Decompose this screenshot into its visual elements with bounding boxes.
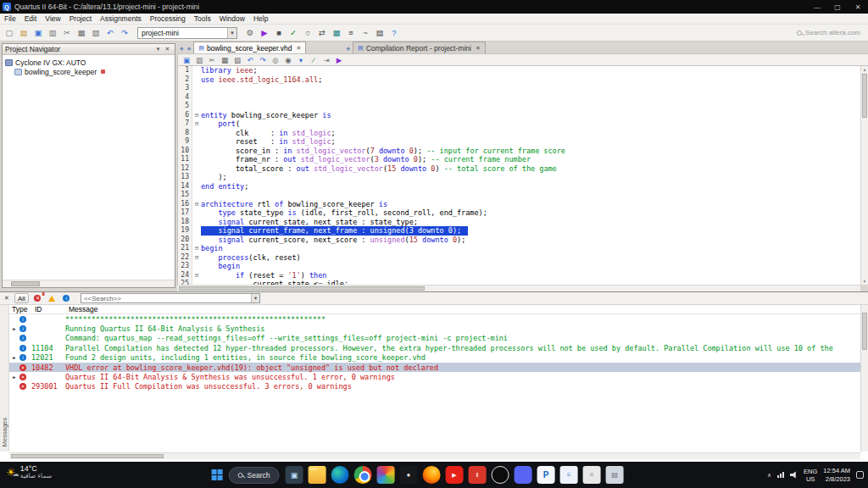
discord-icon[interactable]	[515, 466, 532, 484]
filter-errors-button[interactable]: ✕ 8	[32, 293, 43, 303]
edge-icon[interactable]	[331, 466, 349, 484]
editor-print-button[interactable]: ▥	[193, 54, 205, 65]
editor-vscrollbar[interactable]: ▲ ▼	[860, 66, 868, 285]
editor-bookmark-button[interactable]: ▾	[295, 54, 307, 65]
scroll-up-icon[interactable]: ▲	[861, 66, 868, 73]
editor-indent-button[interactable]: ⇥	[320, 54, 332, 65]
clock[interactable]: 12:54 AM 2/8/2023	[823, 467, 850, 483]
task-view-icon[interactable]: ▣	[286, 466, 303, 484]
redo-button[interactable]: ↷	[118, 26, 131, 40]
settings-button[interactable]: ⚙	[243, 26, 257, 40]
menu-item-tools[interactable]: Tools	[190, 14, 215, 25]
undo-button[interactable]: ↶	[103, 26, 117, 40]
expand-icon[interactable]: ▶	[9, 355, 19, 360]
document-app-icon[interactable]: ≡	[583, 466, 601, 484]
taskbar-search[interactable]: Search	[229, 467, 280, 484]
rtl-viewer-button[interactable]: ~	[359, 26, 372, 40]
menu-item-file[interactable]: File	[0, 14, 20, 25]
store-icon[interactable]: ▤	[606, 466, 624, 484]
help-button[interactable]: ?	[387, 26, 401, 40]
analysis-button[interactable]: ✓	[287, 26, 300, 40]
tree-item-bowling-score-keeper[interactable]: bowling_score_keeper	[3, 67, 175, 76]
close-button[interactable]: ✕	[848, 0, 868, 14]
chevron-down-icon[interactable]: ▼	[227, 28, 236, 38]
notepad-icon[interactable]: ≡	[560, 466, 578, 484]
tab-nav-back-icon[interactable]: ◆	[179, 45, 185, 51]
menu-item-view[interactable]: View	[41, 14, 64, 25]
windows-start-button[interactable]	[212, 469, 223, 480]
messages-vscrollbar[interactable]	[860, 305, 868, 452]
tab-nav-forward-icon[interactable]: ◆	[186, 45, 192, 51]
navigator-hscrollbar[interactable]	[3, 280, 175, 287]
code-editor[interactable]: 1library ieee;2use ieee.std_logic_1164.a…	[177, 66, 860, 285]
compile-button[interactable]: ▶	[258, 26, 271, 40]
timing-button[interactable]: ○	[301, 26, 314, 40]
open-file-button[interactable]: ▤	[17, 26, 31, 40]
editor-cut-button[interactable]: ✂	[206, 54, 218, 65]
editor-copy-button[interactable]: ▦	[219, 54, 231, 65]
panel-dock-icon[interactable]: ▾	[153, 45, 163, 54]
obs-icon[interactable]	[492, 466, 509, 484]
filter-all-button[interactable]: All	[14, 293, 29, 303]
menu-item-window[interactable]: Window	[215, 14, 249, 25]
report-button[interactable]: ▤	[373, 26, 387, 40]
editor-hscrollbar[interactable]	[177, 285, 860, 291]
close-icon[interactable]: ✕	[297, 45, 302, 52]
messages-side-tab[interactable]: Messages	[0, 305, 9, 452]
editor-redo-button[interactable]: ↷	[257, 54, 269, 65]
chip-planner-button[interactable]: ▦	[330, 26, 343, 40]
minimize-button[interactable]: —	[807, 0, 827, 14]
save-button[interactable]: ▣	[31, 26, 45, 40]
column-message[interactable]: Message	[69, 305, 860, 313]
tree-item-cyclone-iv-gx-auto[interactable]: Cyclone IV GX: AUTO	[3, 58, 175, 67]
volume-icon[interactable]	[790, 471, 798, 479]
filter-info-button[interactable]: i	[61, 293, 72, 303]
tab-nav-icon[interactable]: ◆	[345, 45, 351, 51]
editor-undo-button[interactable]: ↶	[244, 54, 256, 65]
messages-close-icon[interactable]: ✕	[3, 295, 11, 302]
menu-item-processing[interactable]: Processing	[146, 14, 190, 25]
editor-find-button[interactable]: ◎	[270, 54, 281, 65]
message-row[interactable]: ✕10482VHDL error at bowling_score_keeper…	[9, 363, 860, 372]
editor-replace-button[interactable]: ◉	[282, 54, 294, 65]
close-icon[interactable]: ✕	[476, 45, 481, 52]
stop-button[interactable]: ■	[272, 26, 286, 40]
notification-icon[interactable]	[856, 471, 864, 479]
filter-warnings-button[interactable]	[47, 293, 58, 303]
editor-analyze-button[interactable]: ▶	[333, 54, 345, 65]
weather-widget[interactable]: ☀☁ 14°C سماء صافية	[6, 464, 52, 480]
youtube-icon[interactable]: ▶	[446, 466, 464, 484]
chrome-icon[interactable]	[354, 466, 372, 484]
paste-button[interactable]: ▧	[89, 26, 103, 40]
wifi-icon[interactable]	[777, 472, 784, 478]
photos-icon[interactable]	[377, 466, 395, 484]
language-switcher[interactable]: ENG US	[804, 468, 817, 483]
column-id[interactable]: ID	[35, 305, 69, 313]
messages-hscrollbar[interactable]	[9, 452, 860, 459]
expand-icon[interactable]: ▶	[9, 374, 19, 380]
netlist-button[interactable]: ≡	[344, 26, 358, 40]
tab-source-file[interactable]: ▤bowling_score_keeper.vhd✕	[193, 42, 306, 53]
camera-icon[interactable]: ●	[400, 466, 418, 484]
message-row[interactable]: ▶i12021Found 2 design units, including 1…	[9, 353, 860, 363]
message-row[interactable]: iCommand: quartus_map --read_settings_fi…	[9, 334, 860, 343]
panel-close-icon[interactable]: ✕	[163, 45, 172, 54]
new-file-button[interactable]: ▢	[3, 26, 16, 40]
editor-comment-button[interactable]: ∕	[308, 54, 320, 65]
column-type[interactable]: Type	[9, 305, 35, 313]
menu-item-project[interactable]: Project	[65, 14, 96, 25]
message-row[interactable]: ▶iRunning Quartus II 64-Bit Analysis & S…	[9, 324, 860, 333]
editor-paste-button[interactable]: ▧	[231, 54, 243, 65]
message-row[interactable]: i***************************************…	[9, 314, 860, 324]
messages-search-box[interactable]: <<Search>> ▼	[81, 293, 260, 303]
copy-button[interactable]: ▦	[75, 26, 88, 40]
menu-item-help[interactable]: Help	[249, 14, 272, 25]
editor-save-button[interactable]: ▣	[181, 54, 192, 65]
paypal-icon[interactable]: P	[537, 466, 555, 484]
maximize-button[interactable]: ▢	[827, 0, 848, 14]
cut-button[interactable]: ✂	[60, 26, 74, 40]
print-button[interactable]: ▥	[46, 26, 59, 40]
chevron-down-icon[interactable]: ▼	[251, 294, 259, 302]
message-row[interactable]: i11104Parallel Compilation has detected …	[9, 343, 860, 352]
firefox-icon[interactable]	[423, 466, 441, 484]
